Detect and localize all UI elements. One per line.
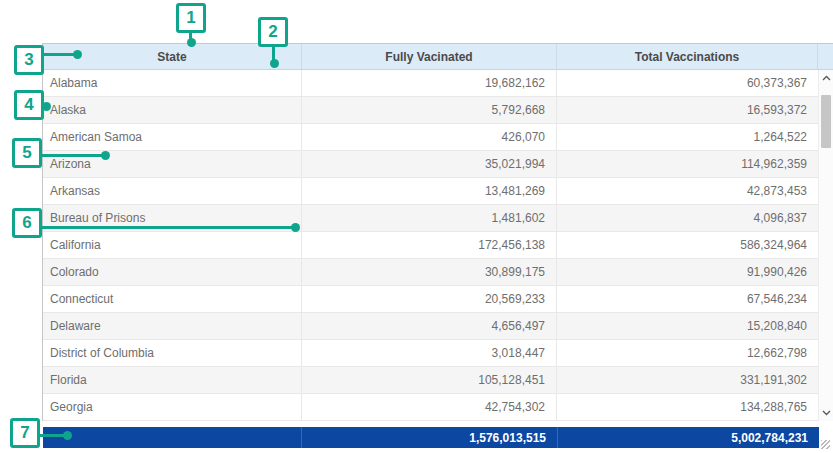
table-row[interactable]: Alabama 19,682,162 60,373,367 (43, 70, 818, 97)
total-vaccinations-cell: 1,264,522 (557, 124, 818, 150)
table-row[interactable]: Connecticut 20,569,233 67,546,234 (43, 286, 818, 313)
total-vaccinations-cell: 67,546,234 (557, 286, 818, 312)
table-row[interactable]: Delaware 4,656,497 15,208,840 (43, 313, 818, 340)
callout-5-dot (101, 151, 110, 160)
fully-vaccinated-cell: 13,481,269 (302, 178, 557, 204)
total-vaccinations-cell: 4,096,837 (557, 205, 818, 231)
callout-3: 3 (14, 45, 44, 75)
callout-5: 5 (12, 138, 42, 168)
fully-vaccinated-cell: 1,481,602 (302, 205, 557, 231)
total-vaccinations-cell: 60,373,367 (557, 70, 818, 96)
state-cell: Alabama (43, 70, 302, 96)
state-cell: Delaware (43, 313, 302, 339)
scrollbar-thumb[interactable] (821, 95, 831, 148)
scroll-down-button[interactable] (819, 405, 833, 421)
state-cell: Arkansas (43, 178, 302, 204)
state-cell: Colorado (43, 259, 302, 285)
state-cell: Florida (43, 367, 302, 393)
column-header-total-vaccinations[interactable]: Total Vaccinations (557, 44, 818, 69)
total-vaccinations-cell: 5,002,784,231 (558, 427, 819, 448)
table-row[interactable]: Arizona 35,021,994 114,962,359 (43, 151, 818, 178)
fully-vaccinated-cell: 20,569,233 (302, 286, 557, 312)
total-vaccinations-cell: 12,662,798 (557, 340, 818, 366)
state-cell: California (43, 232, 302, 258)
total-vaccinations-cell: 586,324,964 (557, 232, 818, 258)
fully-vaccinated-cell: 5,792,668 (302, 97, 557, 123)
state-cell: Georgia (43, 394, 302, 420)
callout-6: 6 (12, 208, 42, 238)
table-row[interactable]: District of Columbia 3,018,447 12,662,79… (43, 340, 818, 367)
total-vaccinations-cell: 331,191,302 (557, 367, 818, 393)
fully-vaccinated-cell: 35,021,994 (302, 151, 557, 177)
callout-2-dot (270, 59, 279, 68)
callout-1: 1 (176, 3, 206, 33)
total-vaccinations-cell: 16,593,372 (557, 97, 818, 123)
chevron-down-icon (822, 410, 831, 416)
fully-vaccinated-cell: 19,682,162 (302, 70, 557, 96)
callout-3-dot (73, 50, 82, 59)
total-vaccinations-cell: 91,990,426 (557, 259, 818, 285)
table-row[interactable]: Alaska 5,792,668 16,593,372 (43, 97, 818, 124)
fully-vaccinated-cell: 3,018,447 (302, 340, 557, 366)
callout-4: 4 (14, 90, 44, 120)
annotated-table-screenshot: State Fully Vacinated Total Vaccinations… (0, 0, 833, 453)
header-scrollbar-spacer (818, 44, 833, 69)
table-row[interactable]: Arkansas 13,481,269 42,873,453 (43, 178, 818, 205)
table-body: Alabama 19,682,162 60,373,367 Alaska 5,7… (43, 70, 833, 421)
vertical-scrollbar[interactable] (818, 70, 833, 421)
total-fully-vaccinated-cell: 1,576,013,515 (302, 427, 558, 448)
callout-1-dot (187, 38, 196, 47)
table-row[interactable]: Florida 105,128,451 331,191,302 (43, 367, 818, 394)
table-row[interactable]: California 172,456,138 586,324,964 (43, 232, 818, 259)
total-vaccinations-cell: 114,962,359 (557, 151, 818, 177)
callout-6-dot (291, 223, 300, 232)
callout-7: 7 (10, 418, 40, 448)
column-header-state[interactable]: State (43, 44, 302, 69)
state-cell: Connecticut (43, 286, 302, 312)
callout-3-line (44, 53, 75, 56)
total-state-cell (43, 427, 302, 448)
table-row[interactable]: Colorado 30,899,175 91,990,426 (43, 259, 818, 286)
total-vaccinations-cell: 15,208,840 (557, 313, 818, 339)
total-vaccinations-cell: 134,288,765 (557, 394, 818, 420)
callout-5-line (42, 154, 106, 157)
table-row[interactable]: Georgia 42,754,302 134,288,765 (43, 394, 818, 421)
state-cell: American Samoa (43, 124, 302, 150)
fully-vaccinated-cell: 426,070 (302, 124, 557, 150)
scroll-up-button[interactable] (819, 70, 833, 86)
fully-vaccinated-cell: 105,128,451 (302, 367, 557, 393)
fully-vaccinated-cell: 42,754,302 (302, 394, 557, 420)
fully-vaccinated-cell: 30,899,175 (302, 259, 557, 285)
table-row[interactable]: American Samoa 426,070 1,264,522 (43, 124, 818, 151)
total-vaccinations-cell: 42,873,453 (557, 178, 818, 204)
column-header-fully-vaccinated[interactable]: Fully Vacinated (302, 44, 557, 69)
callout-2: 2 (258, 17, 288, 47)
callout-6-line (42, 226, 296, 229)
fully-vaccinated-cell: 4,656,497 (302, 313, 557, 339)
resize-grip-icon[interactable] (821, 440, 830, 449)
callout-7-dot (63, 431, 72, 440)
table-header-row: State Fully Vacinated Total Vaccinations (43, 43, 833, 70)
chevron-up-icon (822, 75, 831, 81)
fully-vaccinated-cell: 172,456,138 (302, 232, 557, 258)
state-cell: District of Columbia (43, 340, 302, 366)
state-cell: Alaska (43, 97, 302, 123)
summary-total-row: 1,576,013,515 5,002,784,231 (43, 427, 819, 448)
